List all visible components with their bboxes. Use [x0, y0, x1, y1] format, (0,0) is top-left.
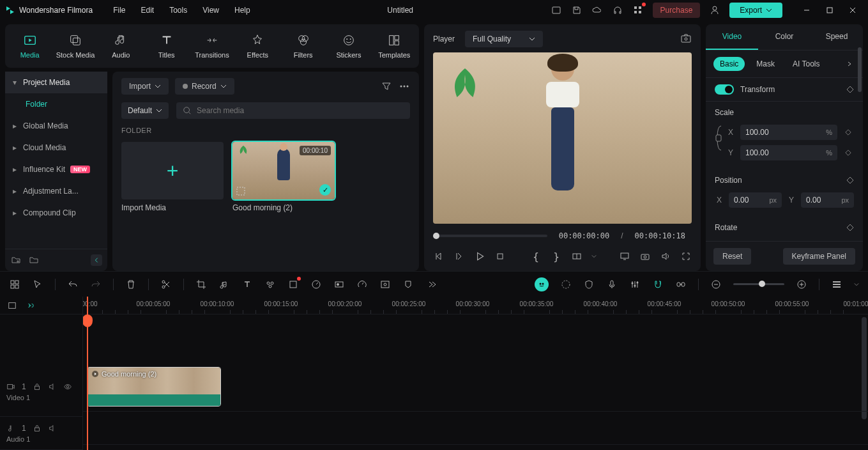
position-y-input-wrap[interactable]: px [801, 192, 854, 208]
reset-button[interactable]: Reset [713, 248, 751, 265]
import-dropdown[interactable]: Import [121, 78, 169, 95]
cursor-icon[interactable] [32, 279, 43, 290]
keyframe-diamond-icon[interactable] [842, 127, 854, 138]
media-clip-thumb[interactable]: 00:00:10 ✓ [232, 142, 335, 199]
collapse-sidebar-icon[interactable] [91, 254, 102, 266]
tab-stickers[interactable]: Stickers [326, 29, 370, 63]
search-box[interactable] [176, 102, 410, 119]
close-button[interactable] [842, 1, 863, 19]
scale-y-input-wrap[interactable]: % [740, 145, 837, 160]
more-tools-icon[interactable] [425, 279, 437, 290]
volume-icon[interactable] [660, 251, 671, 262]
sidebar-global-media[interactable]: ▸Global Media [5, 115, 107, 137]
step-back-icon[interactable] [453, 251, 465, 262]
subtab-basic[interactable]: Basic [713, 57, 745, 71]
sidebar-compound-clip[interactable]: ▸Compound Clip [5, 202, 107, 224]
display-icon[interactable] [619, 251, 630, 262]
ratio-icon[interactable] [571, 251, 582, 262]
scrubber-handle[interactable] [433, 233, 439, 239]
tab-filters[interactable]: Filters [281, 29, 325, 63]
mark-out-icon[interactable]: } [551, 251, 562, 262]
tab-video[interactable]: Video [706, 24, 758, 50]
sidebar-influence-kit[interactable]: ▸Influence KitNEW [5, 159, 107, 180]
camera-icon[interactable] [639, 251, 651, 262]
ai-copilot-icon[interactable] [535, 277, 549, 291]
timeline-clip[interactable]: Good morning (2) [87, 367, 221, 407]
keyframe-panel-button[interactable]: Keyframe Panel [783, 248, 855, 265]
redo-icon[interactable] [90, 279, 102, 290]
tab-stock-media[interactable]: Stock Media [53, 29, 97, 63]
cloud-icon[interactable] [591, 4, 603, 16]
position-x-input[interactable] [734, 196, 766, 205]
keyframe-icon[interactable] [287, 279, 299, 290]
zoom-slider[interactable] [733, 283, 784, 285]
import-media-card[interactable]: + Import Media [121, 142, 224, 212]
text-icon[interactable] [241, 279, 253, 290]
mute-icon[interactable] [48, 382, 57, 391]
scale-y-input[interactable] [745, 148, 823, 157]
render-icon[interactable] [560, 279, 572, 290]
chevron-down-icon[interactable] [854, 282, 859, 287]
chevron-down-icon[interactable] [591, 254, 597, 259]
magnetic-icon[interactable] [652, 279, 664, 290]
menu-tools[interactable]: Tools [169, 6, 187, 15]
green-screen-icon[interactable] [379, 279, 391, 290]
tab-color[interactable]: Color [758, 24, 811, 50]
mute-icon[interactable] [48, 424, 57, 433]
prev-frame-icon[interactable] [433, 251, 445, 262]
sidebar-folder[interactable]: Folder [5, 93, 107, 115]
lock-icon[interactable] [33, 382, 42, 391]
audio-track-header[interactable]: 1 Audio 1 [0, 417, 82, 450]
subtab-mask[interactable]: Mask [750, 57, 781, 71]
menu-file[interactable]: File [113, 6, 125, 15]
scale-link-icon[interactable] [715, 122, 724, 163]
split-icon[interactable] [160, 279, 172, 290]
tab-media[interactable]: Media [8, 29, 52, 63]
search-input[interactable] [197, 106, 404, 115]
quality-dropdown[interactable]: Full Quality [465, 31, 543, 47]
menu-help[interactable]: Help [234, 6, 250, 15]
zoom-out-icon[interactable] [710, 279, 722, 290]
purchase-button[interactable]: Purchase [653, 3, 701, 18]
marker-icon[interactable] [402, 279, 414, 290]
keyframe-diamond-icon[interactable] [846, 86, 854, 93]
minimize-button[interactable] [796, 1, 817, 19]
keyframe-diamond-icon[interactable] [846, 224, 854, 231]
tab-titles[interactable]: Titles [144, 29, 188, 63]
media-clip-card[interactable]: 00:00:10 ✓ Good morning (2) [232, 142, 335, 212]
zoom-slider-handle[interactable] [759, 281, 765, 287]
tab-effects[interactable]: Effects [236, 29, 280, 63]
position-y-input[interactable] [806, 196, 839, 205]
tab-transitions[interactable]: Transitions [190, 29, 234, 63]
preview-video[interactable] [433, 52, 692, 224]
undo-icon[interactable] [67, 279, 79, 290]
delete-icon[interactable] [125, 279, 137, 290]
play-icon[interactable] [474, 251, 485, 262]
color-correction-icon[interactable] [333, 279, 345, 290]
position-x-input-wrap[interactable]: px [729, 192, 782, 208]
tab-templates[interactable]: Templates [372, 29, 416, 63]
lock-icon[interactable] [33, 424, 42, 433]
timeline-ruler[interactable]: 00:0000:00:05:0000:00:10:0000:00:15:0000… [83, 297, 868, 314]
scale-x-input[interactable] [745, 128, 823, 137]
apps-icon[interactable] [632, 4, 644, 16]
sidebar-project-media[interactable]: ▾Project Media [5, 72, 107, 93]
maximize-button[interactable] [819, 1, 840, 19]
speedometer-icon[interactable] [356, 279, 368, 290]
filter-icon[interactable] [381, 81, 392, 92]
sort-dropdown[interactable]: Default [121, 102, 169, 119]
subtabs-more-icon[interactable] [844, 58, 855, 70]
eye-icon[interactable] [63, 382, 72, 391]
zoom-in-icon[interactable] [796, 279, 807, 290]
new-bin-icon[interactable] [28, 254, 40, 266]
timeline-tracks[interactable]: 00:0000:00:05:0000:00:10:0000:00:15:0000… [83, 297, 868, 450]
video-track-lane[interactable]: Good morning (2) [83, 362, 868, 412]
crop-icon[interactable] [195, 279, 207, 290]
mixer-icon[interactable] [629, 279, 641, 290]
video-track-header[interactable]: 1 Video 1 [0, 367, 82, 417]
mic-icon[interactable] [606, 279, 618, 290]
keyframe-diamond-icon[interactable] [842, 147, 854, 159]
stop-icon[interactable] [494, 251, 506, 262]
scrubber[interactable] [433, 235, 547, 237]
scale-x-input-wrap[interactable]: % [740, 125, 837, 140]
